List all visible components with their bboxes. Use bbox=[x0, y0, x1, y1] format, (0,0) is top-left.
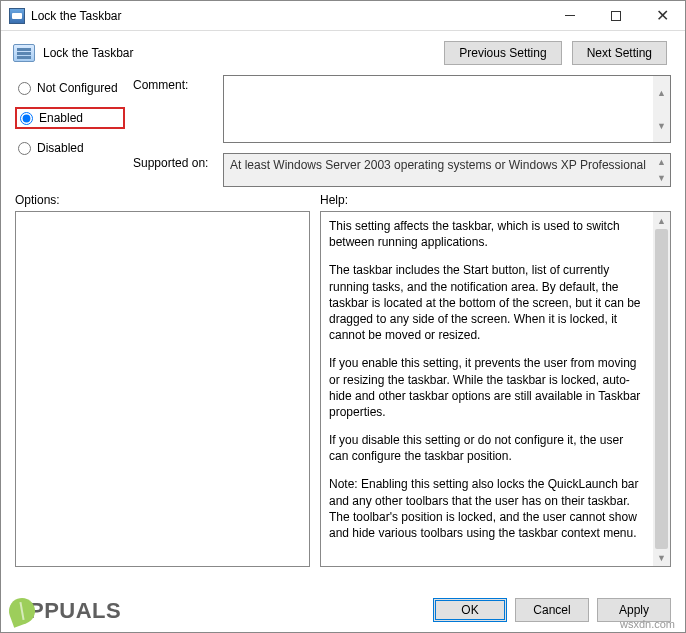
radio-enabled[interactable]: Enabled bbox=[15, 107, 125, 129]
supported-box: At least Windows Server 2003 operating s… bbox=[223, 153, 671, 187]
header-row: Lock the Taskbar Previous Setting Next S… bbox=[1, 31, 685, 71]
radio-not-configured-label: Not Configured bbox=[37, 81, 118, 95]
comment-row: Comment: ▲ ▼ bbox=[133, 75, 671, 143]
previous-setting-button[interactable]: Previous Setting bbox=[444, 41, 561, 65]
state-column: Not Configured Enabled Disabled bbox=[15, 75, 125, 187]
help-paragraph: This setting affects the taskbar, which … bbox=[329, 218, 645, 250]
titlebar: Lock the Taskbar ✕ bbox=[1, 1, 685, 31]
comment-label: Comment: bbox=[133, 75, 215, 92]
radio-enabled-label: Enabled bbox=[39, 111, 83, 125]
help-content: This setting affects the taskbar, which … bbox=[321, 212, 653, 566]
scroll-down-icon: ▼ bbox=[653, 170, 670, 186]
comment-box: ▲ ▼ bbox=[223, 75, 671, 143]
help-panel: This setting affects the taskbar, which … bbox=[320, 211, 671, 567]
next-setting-button[interactable]: Next Setting bbox=[572, 41, 667, 65]
minimize-icon bbox=[565, 15, 575, 16]
supported-row: Supported on: At least Windows Server 20… bbox=[133, 153, 671, 187]
scroll-up-icon: ▲ bbox=[653, 154, 670, 170]
scroll-track[interactable] bbox=[653, 229, 670, 549]
comment-scrollbar[interactable]: ▲ ▼ bbox=[653, 76, 670, 142]
supported-scrollbar[interactable]: ▲ ▼ bbox=[653, 154, 670, 186]
help-paragraph: If you enable this setting, it prevents … bbox=[329, 355, 645, 420]
cancel-button[interactable]: Cancel bbox=[515, 598, 589, 622]
ok-button[interactable]: OK bbox=[433, 598, 507, 622]
config-area: Not Configured Enabled Disabled Comment:… bbox=[1, 71, 685, 187]
radio-enabled-input[interactable] bbox=[20, 112, 33, 125]
close-icon: ✕ bbox=[656, 8, 669, 24]
lower-area: Options: Help: This setting affects the … bbox=[1, 187, 685, 567]
policy-title: Lock the Taskbar bbox=[43, 46, 134, 60]
maximize-icon bbox=[611, 11, 621, 21]
comment-input[interactable] bbox=[224, 76, 653, 142]
window-title: Lock the Taskbar bbox=[31, 9, 122, 23]
radio-not-configured-input[interactable] bbox=[18, 82, 31, 95]
help-paragraph: If you disable this setting or do not co… bbox=[329, 432, 645, 464]
scroll-up-icon: ▲ bbox=[653, 212, 670, 229]
supported-label: Supported on: bbox=[133, 153, 215, 170]
dialog-footer: OK Cancel Apply bbox=[1, 590, 685, 632]
close-button[interactable]: ✕ bbox=[639, 1, 685, 30]
minimize-button[interactable] bbox=[547, 1, 593, 30]
radio-not-configured[interactable]: Not Configured bbox=[15, 79, 125, 97]
help-scrollbar[interactable]: ▲ ▼ bbox=[653, 212, 670, 566]
scroll-up-icon: ▲ bbox=[653, 76, 670, 109]
radio-disabled-input[interactable] bbox=[18, 142, 31, 155]
policy-icon bbox=[13, 44, 35, 62]
help-paragraph: Note: Enabling this setting also locks t… bbox=[329, 476, 645, 541]
scroll-down-icon: ▼ bbox=[653, 549, 670, 566]
help-paragraph: The taskbar includes the Start button, l… bbox=[329, 262, 645, 343]
options-panel bbox=[15, 211, 310, 567]
scroll-thumb[interactable] bbox=[655, 229, 668, 549]
maximize-button[interactable] bbox=[593, 1, 639, 30]
help-label: Help: bbox=[320, 193, 671, 207]
app-icon bbox=[9, 8, 25, 24]
window-controls: ✕ bbox=[547, 1, 685, 30]
help-column: Help: This setting affects the taskbar, … bbox=[320, 193, 671, 567]
fields-column: Comment: ▲ ▼ Supported on: At least Wind… bbox=[133, 75, 671, 187]
supported-value: At least Windows Server 2003 operating s… bbox=[224, 154, 653, 186]
apply-button[interactable]: Apply bbox=[597, 598, 671, 622]
options-label: Options: bbox=[15, 193, 310, 207]
radio-disabled-label: Disabled bbox=[37, 141, 84, 155]
scroll-down-icon: ▼ bbox=[653, 109, 670, 142]
radio-disabled[interactable]: Disabled bbox=[15, 139, 125, 157]
options-column: Options: bbox=[15, 193, 310, 567]
